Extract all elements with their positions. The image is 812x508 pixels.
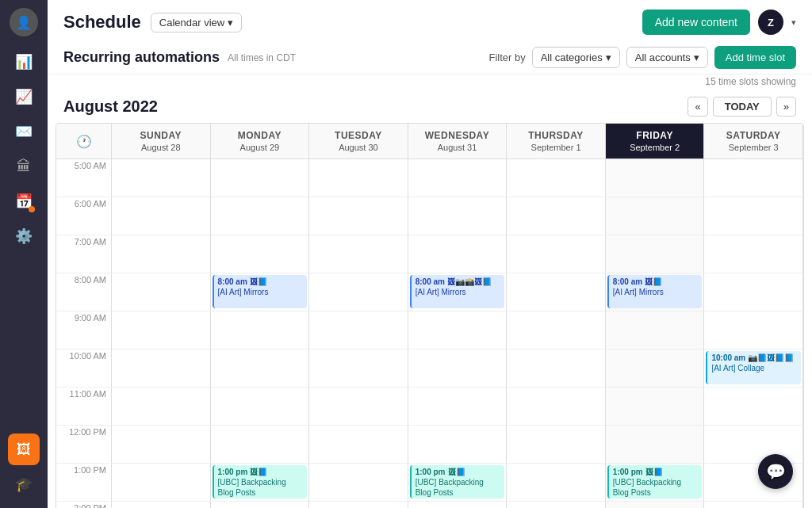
event-friday-8am[interactable]: 8:00 am 🖼📘 [AI Art] Mirrors	[607, 275, 703, 308]
cell-friday-500[interactable]	[606, 159, 705, 197]
add-content-button[interactable]: Add new content	[642, 10, 750, 35]
cell-wednesday-200[interactable]	[408, 502, 508, 508]
cell-thursday-1000[interactable]	[507, 349, 606, 388]
cell-monday-500[interactable]	[211, 159, 310, 197]
today-button[interactable]: TODAY	[713, 97, 772, 116]
slots-info: 15 time slots showing	[48, 74, 812, 90]
avatar[interactable]: 👤	[10, 8, 38, 36]
cell-wednesday-1000[interactable]	[408, 349, 508, 388]
cell-tuesday-900[interactable]	[309, 311, 408, 349]
cell-saturday-700[interactable]	[704, 235, 803, 273]
cell-sunday-900[interactable]	[112, 311, 211, 349]
cell-saturday-1100[interactable]	[704, 388, 803, 426]
cell-friday-100[interactable]: 1:00 pm 🖼📘 [UBC] Backpacking Blog Posts	[606, 464, 705, 502]
cell-monday-700[interactable]	[211, 235, 310, 273]
cell-wednesday-600[interactable]	[408, 197, 508, 235]
cell-thursday-1100[interactable]	[507, 388, 606, 426]
cell-thursday-100[interactable]	[507, 464, 606, 502]
cell-thursday-1200[interactable]	[507, 426, 606, 464]
event-monday-1pm[interactable]: 1:00 pm 🖼📘 [UBC] Backpacking Blog Posts	[213, 465, 308, 498]
cell-monday-1200[interactable]	[211, 426, 310, 464]
day-header-thursday: THURSDAY September 1	[507, 124, 606, 159]
cell-tuesday-500[interactable]	[309, 159, 408, 197]
cell-thursday-500[interactable]	[507, 159, 606, 197]
cell-monday-800[interactable]: 8:00 am 🖼📘 [AI Art] Mirrors	[211, 273, 310, 311]
sidebar-item-messages[interactable]: ✉️	[8, 116, 40, 147]
cell-tuesday-100[interactable]	[309, 464, 408, 502]
cell-saturday-500[interactable]	[704, 159, 803, 197]
nav-next2-button[interactable]: »	[776, 97, 796, 116]
cell-thursday-700[interactable]	[507, 235, 606, 273]
sidebar-item-analytics[interactable]: 📈	[8, 81, 40, 113]
cell-monday-900[interactable]	[211, 311, 310, 349]
cell-tuesday-800[interactable]	[309, 273, 408, 311]
sidebar-item-dashboard[interactable]: 📊	[8, 46, 40, 78]
accounts-dropdown[interactable]: All accounts ▾	[626, 47, 708, 68]
cell-tuesday-200[interactable]	[309, 502, 408, 508]
sidebar-item-schedule[interactable]: 📅	[8, 185, 40, 217]
view-dropdown[interactable]: Calendar view ▾	[151, 13, 242, 32]
cell-sunday-1100[interactable]	[112, 388, 211, 426]
cell-wednesday-1100[interactable]	[408, 388, 508, 426]
cell-tuesday-1100[interactable]	[309, 388, 408, 426]
cell-sunday-100[interactable]	[112, 464, 211, 502]
cell-thursday-200[interactable]	[507, 502, 606, 508]
cell-saturday-800[interactable]	[704, 273, 803, 311]
cell-wednesday-1200[interactable]	[408, 426, 508, 464]
sidebar-item-templates[interactable]: 🖼	[8, 434, 40, 465]
cell-tuesday-600[interactable]	[309, 197, 408, 235]
cell-sunday-800[interactable]	[112, 273, 211, 311]
cell-monday-1100[interactable]	[211, 388, 310, 426]
cell-monday-1000[interactable]	[211, 349, 310, 388]
cell-saturday-1000[interactable]: 10:00 am 📷📘🖼📘📘 [AI Art] Collage	[704, 349, 803, 388]
cell-sunday-500[interactable]	[112, 159, 211, 197]
cell-friday-1200[interactable]	[606, 426, 705, 464]
cell-sunday-700[interactable]	[112, 235, 211, 273]
cell-thursday-600[interactable]	[507, 197, 606, 235]
cell-wednesday-800[interactable]: 8:00 am 🖼📷📸🖼📘 [AI Art] Mirrors	[408, 273, 508, 311]
cell-saturday-200[interactable]	[704, 502, 803, 508]
cell-thursday-800[interactable]	[507, 273, 606, 311]
user-avatar-button[interactable]: Z	[758, 10, 783, 35]
cell-friday-600[interactable]	[606, 197, 705, 235]
cell-tuesday-1000[interactable]	[309, 349, 408, 388]
cell-sunday-1000[interactable]	[112, 349, 211, 388]
cell-friday-700[interactable]	[606, 235, 705, 273]
add-time-slot-button[interactable]: Add time slot	[714, 46, 796, 69]
cell-tuesday-700[interactable]	[309, 235, 408, 273]
cell-thursday-900[interactable]	[507, 311, 606, 349]
cell-friday-900[interactable]	[606, 311, 705, 349]
cell-wednesday-500[interactable]	[408, 159, 508, 197]
cell-sunday-600[interactable]	[112, 197, 211, 235]
cell-saturday-900[interactable]	[704, 311, 803, 349]
event-friday-1pm[interactable]: 1:00 pm 🖼📘 [UBC] Backpacking Blog Posts	[607, 465, 703, 498]
cell-wednesday-100[interactable]: 1:00 pm 🖼📘 [UBC] Backpacking Blog Posts	[408, 464, 508, 502]
cell-tuesday-1200[interactable]	[309, 426, 408, 464]
cell-sunday-1200[interactable]	[112, 426, 211, 464]
cell-wednesday-900[interactable]	[408, 311, 508, 349]
categories-dropdown[interactable]: All categories ▾	[532, 47, 620, 68]
cell-sunday-200[interactable]	[112, 502, 211, 508]
event-wednesday-8am[interactable]: 8:00 am 🖼📷📸🖼📘 [AI Art] Mirrors	[410, 275, 505, 308]
event-saturday-10am[interactable]: 10:00 am 📷📘🖼📘📘 [AI Art] Collage	[706, 351, 801, 384]
cell-monday-100[interactable]: 1:00 pm 🖼📘 [UBC] Backpacking Blog Posts	[211, 464, 310, 502]
cell-monday-600[interactable]	[211, 197, 310, 235]
cell-friday-200[interactable]	[606, 502, 705, 508]
sidebar-item-settings[interactable]: ⚙️	[8, 220, 40, 252]
cell-monday-200[interactable]	[211, 502, 310, 508]
sidebar-item-library[interactable]: 🏛	[8, 151, 40, 182]
chevron-down-icon[interactable]: ▾	[791, 17, 796, 28]
cell-wednesday-700[interactable]	[408, 235, 508, 273]
cell-friday-800[interactable]: 8:00 am 🖼📘 [AI Art] Mirrors	[606, 273, 705, 311]
social-icons: 🖼📘	[645, 467, 663, 477]
nav-prev2-button[interactable]: «	[688, 97, 707, 116]
clock-icon-header: 🕐	[56, 124, 112, 159]
cell-saturday-1200[interactable]	[704, 426, 803, 464]
cell-friday-1000[interactable]	[606, 349, 705, 388]
event-wednesday-1pm[interactable]: 1:00 pm 🖼📘 [UBC] Backpacking Blog Posts	[410, 465, 505, 498]
cell-saturday-600[interactable]	[704, 197, 803, 235]
cell-friday-1100[interactable]	[606, 388, 705, 426]
event-monday-8am[interactable]: 8:00 am 🖼📘 [AI Art] Mirrors	[213, 275, 308, 308]
sidebar-item-education[interactable]: 🎓	[8, 468, 40, 500]
chat-button[interactable]: 💬	[758, 454, 793, 489]
